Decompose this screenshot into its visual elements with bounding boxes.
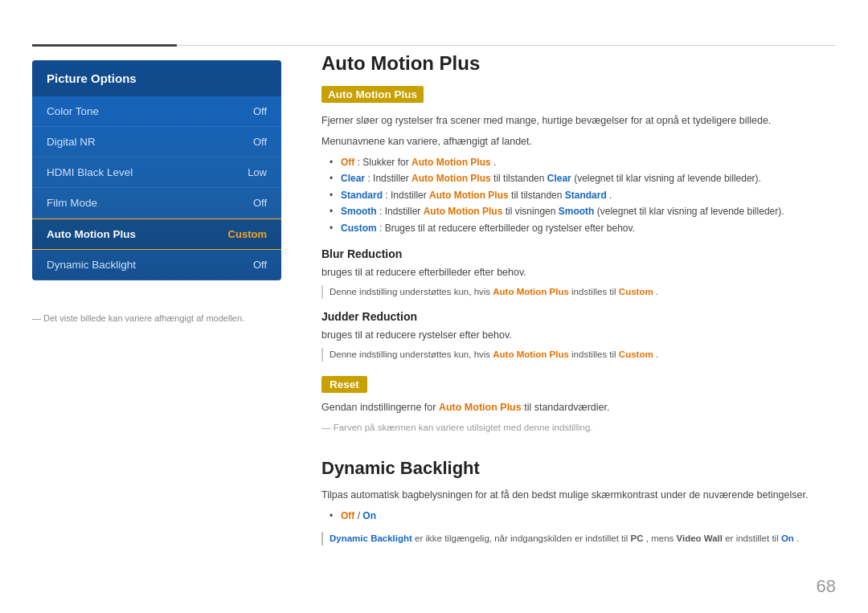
bullet-standard: Standard : Indstiller Auto Motion Plus t…	[330, 187, 836, 203]
sidebar-item-auto-motion-plus[interactable]: Auto Motion Plus Custom	[32, 219, 281, 250]
color-tone-value: Off	[253, 105, 267, 117]
hdmi-black-level-value: Low	[248, 166, 267, 178]
page-number: 68	[817, 576, 836, 597]
auto-motion-plus-label: Auto Motion Plus	[47, 228, 136, 240]
dynamic-backlight-note: Dynamic Backlight er ikke tilgængelig, n…	[321, 532, 836, 546]
auto-motion-plus-bullets: Off : Slukker for Auto Motion Plus . Cle…	[330, 154, 836, 236]
section1-desc1: Fjerner sløer og rystelser fra scener me…	[321, 112, 836, 129]
dynamic-backlight-heading: Dynamic Backlight	[321, 458, 836, 479]
top-decorative-lines	[32, 44, 836, 47]
reset-badge: Reset	[321, 376, 367, 393]
dynamic-backlight-label: Dynamic Backlight	[47, 259, 136, 271]
bullet-off-label: Off	[341, 157, 354, 168]
sidebar-title: Picture Options	[32, 60, 281, 96]
dynamic-backlight-desc: Tilpas automatisk bagbelysningen for at …	[321, 487, 836, 503]
section1-desc2: Menunavnene kan variere, afhængigt af la…	[321, 133, 836, 149]
judder-reduction-desc: bruges til at reducere rystelser efter b…	[321, 327, 836, 343]
auto-motion-plus-heading: Auto Motion Plus	[321, 52, 836, 75]
dynamic-backlight-bullets: Off / On	[330, 508, 836, 524]
top-line-light	[177, 45, 836, 46]
judder-reduction-note: Denne indstilling understøttes kun, hvis…	[321, 348, 836, 362]
bullet-off-on: Off / On	[330, 508, 836, 524]
top-line-dark	[32, 44, 177, 47]
bullet-off: Off : Slukker for Auto Motion Plus .	[330, 154, 836, 170]
main-content: Auto Motion Plus Auto Motion Plus Fjerne…	[321, 52, 836, 581]
bullet-custom: Custom : Bruges til at reducere efterbil…	[330, 220, 836, 236]
blur-reduction-title: Blur Reduction	[321, 247, 836, 260]
digital-nr-value: Off	[253, 136, 267, 148]
film-mode-label: Film Mode	[47, 197, 97, 209]
picture-options-panel: Picture Options Color Tone Off Digital N…	[32, 60, 281, 280]
digital-nr-label: Digital NR	[47, 136, 96, 148]
blur-reduction-desc: bruges til at reducere efterbilleder eft…	[321, 264, 836, 280]
hdmi-black-level-label: HDMI Black Level	[47, 166, 133, 178]
sidebar-item-hdmi-black-level[interactable]: HDMI Black Level Low	[32, 157, 281, 188]
color-tone-label: Color Tone	[47, 105, 99, 117]
sidebar-item-color-tone[interactable]: Color Tone Off	[32, 96, 281, 127]
reset-desc: Gendan indstillingerne for Auto Motion P…	[321, 399, 836, 415]
sidebar-item-film-mode[interactable]: Film Mode Off	[32, 188, 281, 219]
sidebar-note: ― Det viste billede kan variere afhængig…	[32, 313, 244, 323]
sidebar-item-dynamic-backlight[interactable]: Dynamic Backlight Off	[32, 250, 281, 280]
auto-motion-plus-badge: Auto Motion Plus	[321, 86, 424, 103]
dynamic-backlight-value: Off	[253, 259, 267, 271]
auto-motion-plus-value: Custom	[228, 228, 267, 240]
blur-reduction-note: Denne indstilling understøttes kun, hvis…	[321, 285, 836, 299]
sidebar-item-digital-nr[interactable]: Digital NR Off	[32, 127, 281, 157]
judder-reduction-title: Judder Reduction	[321, 310, 836, 323]
film-mode-value: Off	[253, 197, 267, 209]
reset-note: ― Farven på skærmen kan variere utilsigt…	[321, 420, 836, 435]
bullet-clear: Clear : Indstiller Auto Motion Plus til …	[330, 170, 836, 186]
bullet-smooth: Smooth : Indstiller Auto Motion Plus til…	[330, 203, 836, 219]
